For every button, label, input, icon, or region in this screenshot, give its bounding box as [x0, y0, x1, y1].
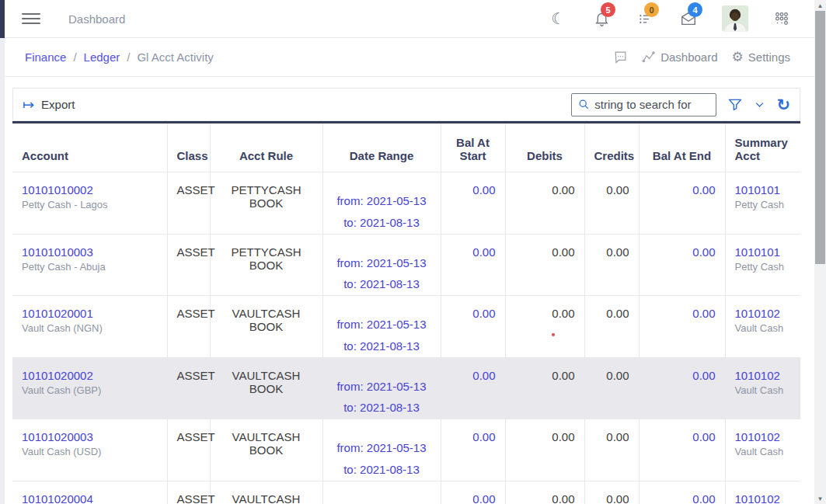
debits-cell: 0.00 — [505, 419, 584, 481]
class-cell: ASSET — [167, 419, 210, 481]
date-range-link[interactable]: from: 2021-05-13 to: 2021-08-13 — [322, 481, 441, 504]
dashboard-link[interactable]: Dashboard — [642, 50, 717, 64]
bal-at-end-link[interactable]: 0.00 — [692, 492, 715, 504]
search-input[interactable] — [594, 98, 709, 111]
debits-cell: 0.00 — [505, 234, 584, 296]
summary-acct-link[interactable]: 1010101 — [735, 245, 792, 259]
page-title: Dashboard — [68, 12, 125, 26]
column-header-credits[interactable]: Credits — [584, 123, 639, 172]
credits-cell: 0.00 — [584, 172, 639, 235]
acct-rule-cell: PETTYCASH BOOK — [210, 234, 322, 296]
table-row: 10101020001 Vault Cash (NGN) ASSET VAULT… — [12, 296, 800, 358]
bal-at-start-link[interactable]: 0.00 — [472, 307, 495, 320]
messages-badge: 4 — [688, 2, 702, 17]
column-header-class[interactable]: Class — [167, 123, 210, 172]
column-header-acct-rule[interactable]: Acct Rule — [210, 123, 322, 172]
acct-rule-cell: VAULTCASH BOOK — [210, 481, 322, 504]
summary-acct-link[interactable]: 1010102 — [735, 307, 792, 320]
menu-icon[interactable] — [22, 10, 40, 27]
scroll-down-arrow[interactable]: ▼ — [814, 493, 826, 504]
settings-link[interactable]: ⚙ Settings — [732, 50, 790, 64]
vertical-scrollbar[interactable]: ▲ ▼ — [814, 0, 826, 504]
column-header-bal-at-end[interactable]: Bal At End — [639, 123, 725, 172]
scrollbar-thumb[interactable] — [815, 11, 825, 264]
breadcrumb-finance[interactable]: Finance — [25, 50, 66, 64]
search-icon — [578, 98, 590, 111]
refresh-icon[interactable]: ↻ — [776, 96, 790, 113]
column-header-bal-at-start[interactable]: Bal At Start — [441, 123, 505, 172]
acct-rule-cell: VAULTCASH BOOK — [210, 296, 322, 358]
filter-icon[interactable] — [727, 97, 743, 113]
gl-account-activity-table: Account Class Acct Rule Date Range Bal A… — [12, 121, 800, 504]
search-box — [571, 93, 716, 116]
date-to: to: 2021-08-13 — [333, 459, 431, 481]
column-header-summary-acct[interactable]: Summary Acct — [725, 123, 800, 172]
messages-button[interactable]: 4 — [678, 9, 699, 29]
class-cell: ASSET — [167, 296, 210, 358]
tasks-badge: 0 — [644, 2, 659, 17]
bal-at-end-link[interactable]: 0.00 — [692, 307, 715, 320]
account-number-link[interactable]: 10101010002 — [22, 183, 158, 196]
summary-acct-name: Petty Cash — [735, 199, 792, 210]
tasks-button[interactable]: 0 — [635, 9, 655, 29]
account-name: Vault Cash (GBP) — [22, 384, 158, 396]
date-range-link[interactable]: from: 2021-05-13 to: 2021-08-13 — [322, 357, 441, 419]
bal-at-start-link[interactable]: 0.00 — [472, 245, 495, 259]
comment-icon — [613, 50, 628, 64]
acct-rule-cell: VAULTCASH BOOK — [210, 419, 322, 481]
apps-grid-button[interactable] — [772, 9, 792, 29]
chevron-down-icon[interactable] — [754, 99, 765, 110]
scroll-up-arrow[interactable]: ▲ — [814, 0, 826, 11]
table-row: 10101010003 Petty Cash - Abuja ASSET PET… — [12, 234, 800, 296]
summary-acct-link[interactable]: 1010101 — [735, 183, 792, 196]
class-cell: ASSET — [167, 172, 210, 235]
bal-at-end-link[interactable]: 0.00 — [692, 245, 715, 259]
breadcrumb-separator: / — [73, 50, 76, 64]
column-header-account[interactable]: Account — [12, 123, 167, 172]
summary-acct-link[interactable]: 1010102 — [735, 369, 792, 382]
date-range-link[interactable]: from: 2021-05-13 to: 2021-08-13 — [322, 172, 441, 235]
settings-link-label: Settings — [748, 50, 790, 64]
notifications-button[interactable]: 5 — [591, 9, 612, 29]
export-button-label: Export — [41, 98, 75, 111]
export-button[interactable]: ↦ Export — [23, 98, 75, 112]
bal-at-start-link[interactable]: 0.00 — [472, 492, 495, 504]
apps-grid-icon — [773, 10, 790, 27]
table-row-highlighted: 10101020002 Vault Cash (GBP) ASSET VAULT… — [12, 357, 800, 419]
date-to: to: 2021-08-13 — [333, 273, 431, 295]
column-header-debits[interactable]: Debits — [505, 123, 584, 172]
column-header-date-range[interactable]: Date Range — [322, 123, 441, 172]
dark-mode-toggle[interactable]: ☾ — [548, 9, 568, 29]
date-to: to: 2021-08-13 — [333, 212, 431, 234]
avatar[interactable] — [722, 5, 748, 32]
export-icon: ↦ — [23, 98, 34, 112]
date-range-link[interactable]: from: 2021-05-13 to: 2021-08-13 — [322, 296, 441, 358]
date-range-link[interactable]: from: 2021-05-13 to: 2021-08-13 — [322, 419, 441, 481]
summary-acct-name: Vault Cash — [735, 322, 792, 334]
account-number-link[interactable]: 10101020002 — [22, 369, 158, 382]
summary-acct-link[interactable]: 1010102 — [735, 492, 792, 504]
bal-at-start-link[interactable]: 0.00 — [472, 430, 495, 443]
bal-at-end-link[interactable]: 0.00 — [692, 369, 715, 382]
account-number-link[interactable]: 10101020003 — [22, 430, 158, 443]
acct-rule-cell: VAULTCASH BOOK — [210, 357, 322, 419]
bal-at-end-link[interactable]: 0.00 — [692, 183, 715, 196]
debits-cell: 0.00 — [505, 172, 584, 235]
bal-at-start-link[interactable]: 0.00 — [472, 183, 495, 196]
account-number-link[interactable]: 10101020001 — [22, 307, 158, 320]
comments-button[interactable] — [613, 50, 628, 64]
date-from: from: 2021-05-13 — [333, 499, 431, 504]
breadcrumb-ledger[interactable]: Ledger — [84, 50, 120, 64]
main-content: ↦ Export ↻ Account — [0, 77, 826, 504]
bal-at-start-link[interactable]: 0.00 — [472, 369, 495, 382]
date-range-link[interactable]: from: 2021-05-13 to: 2021-08-13 — [322, 234, 441, 296]
dashboard-link-label: Dashboard — [660, 50, 717, 64]
account-number-link[interactable]: 10101010003 — [22, 245, 158, 259]
summary-acct-link[interactable]: 1010102 — [735, 430, 792, 443]
bal-at-end-link[interactable]: 0.00 — [692, 430, 715, 443]
debits-cell: 0.00 — [505, 481, 584, 504]
account-number-link[interactable]: 10101020004 — [22, 492, 158, 504]
breadcrumb-separator: / — [127, 50, 130, 64]
summary-acct-name: Petty Cash — [735, 261, 792, 273]
account-name: Vault Cash (NGN) — [22, 322, 158, 334]
